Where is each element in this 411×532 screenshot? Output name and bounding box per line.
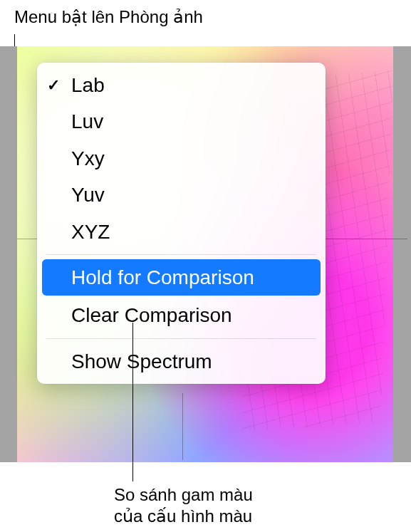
callout-top-label: Menu bật lên Phòng ảnh bbox=[14, 7, 203, 27]
menu-item-hold-comparison[interactable]: Hold for Comparison bbox=[42, 259, 321, 296]
menu-item-label: Hold for Comparison bbox=[71, 262, 254, 293]
checkmark-icon: ✓ bbox=[47, 73, 60, 98]
callout-line bbox=[132, 323, 133, 481]
menu-item-label: Yuv bbox=[71, 179, 105, 210]
menu-item-xyz[interactable]: XYZ bbox=[37, 214, 326, 250]
menu-item-luv[interactable]: Luv bbox=[37, 103, 326, 140]
menu-item-label: Show Spectrum bbox=[71, 346, 212, 377]
menu-item-yuv[interactable]: Yuv bbox=[37, 177, 326, 213]
menu-item-label: Lab bbox=[71, 70, 105, 100]
menu-item-yxy[interactable]: Yxy bbox=[37, 140, 326, 177]
menu-item-clear-comparison[interactable]: Clear Comparison bbox=[37, 297, 326, 333]
menu-item-label: Clear Comparison bbox=[71, 300, 232, 330]
axis-vertical bbox=[182, 393, 183, 460]
menu-item-show-spectrum[interactable]: Show Spectrum bbox=[37, 343, 326, 380]
menu-item-lab[interactable]: ✓ Lab bbox=[37, 67, 326, 103]
menu-item-label: Luv bbox=[71, 106, 103, 137]
menu-separator bbox=[46, 254, 316, 255]
gallery-popup-menu[interactable]: ✓ Lab Luv Yxy Yuv XYZ Hold for Compariso… bbox=[37, 63, 326, 384]
menu-separator bbox=[46, 338, 316, 339]
menu-item-label: Yxy bbox=[71, 143, 105, 174]
menu-item-label: XYZ bbox=[71, 217, 110, 247]
callout-bottom-label: So sánh gam màu của cấu hình màu bbox=[114, 484, 253, 527]
